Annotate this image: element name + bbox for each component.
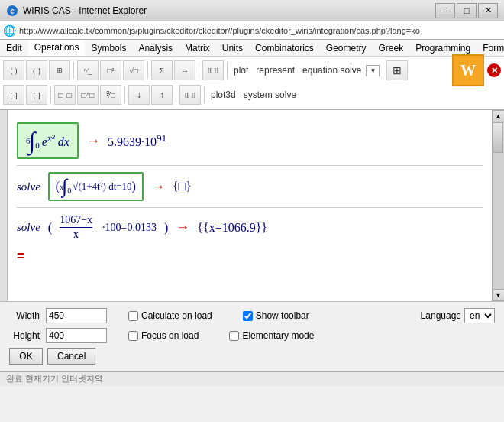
width-label: Width bbox=[9, 310, 40, 321]
toolbar-matrix[interactable]: [[ ]] bbox=[202, 60, 224, 80]
toolbar-cbrt[interactable]: ∛□ bbox=[100, 85, 121, 105]
expr3-rest: ·100=0.0133 bbox=[102, 222, 157, 234]
form-buttons: OK Cancel bbox=[9, 348, 495, 365]
content-area: 6 ∫ 0 ex³ dx → 5.9639·1091 solve ( bbox=[8, 110, 492, 301]
minimize-button[interactable]: − bbox=[435, 3, 455, 18]
svg-text:e: e bbox=[10, 7, 15, 15]
expr1-result: 5.9639·1091 bbox=[108, 132, 166, 149]
toolbar-bracket[interactable]: ( ) bbox=[3, 60, 24, 80]
focus-on-load-checkbox[interactable] bbox=[128, 331, 138, 341]
toolbar-squared[interactable]: □² bbox=[100, 60, 121, 80]
math-expr-3: solve ( 1067−x x ·100=0.0133 ) → {{x=106… bbox=[17, 214, 483, 241]
scroll-track[interactable] bbox=[493, 122, 504, 289]
elementary-mode-label: Elementary mode bbox=[242, 330, 314, 341]
toolbar-curly[interactable]: { } bbox=[26, 60, 47, 80]
menu-units[interactable]: Units bbox=[216, 40, 249, 56]
toolbar-sys-solve[interactable]: system solve bbox=[241, 88, 299, 102]
divider-4 bbox=[227, 62, 228, 79]
expr2-integral: x ∫ 0 √(1+4t²) dt=10 bbox=[60, 177, 131, 196]
expr1-box: 6 ∫ 0 ex³ dx bbox=[17, 122, 79, 159]
toolbar-plot3d[interactable]: plot3d bbox=[208, 88, 239, 102]
toolbar-eq-solve-dropdown[interactable]: ▼ bbox=[366, 65, 380, 76]
scroll-up-btn[interactable]: ▲ bbox=[493, 110, 505, 122]
toolbar-subscript[interactable]: □_□ bbox=[54, 85, 76, 105]
language-select[interactable]: en ko es fr de bbox=[464, 308, 495, 323]
wiris-logo: W bbox=[452, 54, 484, 86]
toolbar-sum[interactable]: Σ bbox=[151, 60, 173, 80]
height-label: Height bbox=[9, 330, 40, 341]
title-bar: e WIRIS CAS - Internet Explorer − □ ✕ bbox=[0, 0, 504, 21]
toolbar-matrix2[interactable]: [[ ]] bbox=[179, 85, 201, 105]
form-row-1: Width Calculate on load Show toolbar Lan… bbox=[9, 308, 495, 323]
ok-button[interactable]: OK bbox=[9, 348, 43, 365]
toolbar-arrow[interactable]: → bbox=[174, 60, 195, 80]
cancel-button[interactable]: Cancel bbox=[47, 348, 95, 365]
toolbar-superscript[interactable]: □^□ bbox=[77, 85, 99, 105]
separator-1 bbox=[17, 165, 483, 166]
integral-symbol-1: ∫ bbox=[29, 128, 36, 153]
expr2-integrand: √(1+4t²) dt=10 bbox=[73, 180, 131, 193]
scroll-down-btn[interactable]: ▼ bbox=[493, 289, 505, 301]
red-equals-sign: = bbox=[17, 248, 25, 264]
expr3-fraction: 1067−x x bbox=[60, 214, 92, 241]
expr1-integral: 6 ∫ 0 ex³ dx bbox=[26, 128, 69, 153]
math-expr-1: 6 ∫ 0 ex³ dx → 5.9639·1091 bbox=[17, 122, 483, 159]
menu-geometry[interactable]: Geometry bbox=[320, 40, 373, 56]
expr2-lower: 0 bbox=[67, 179, 71, 195]
menu-programming[interactable]: Programming bbox=[409, 40, 477, 56]
scroll-thumb[interactable] bbox=[493, 122, 503, 153]
expr2-box: ( x ∫ 0 √(1+4t²) dt=10 ) bbox=[48, 172, 144, 201]
fraction-line bbox=[60, 227, 92, 228]
toolbar-sq-bracket[interactable]: [ ] bbox=[3, 85, 24, 105]
expr1-arrow: → bbox=[86, 133, 100, 149]
toolbar-row-1: ( ) { } ⊞ ⁿ⁄_ □² √□ Σ → [[ ]] plot repre… bbox=[3, 58, 501, 83]
expr2-arrow: → bbox=[151, 179, 165, 195]
toolbar-matrix2x2[interactable]: ⊞ bbox=[49, 60, 70, 80]
scrollbar-right[interactable]: ▲ ▼ bbox=[492, 110, 504, 301]
toolbar-up-arrow[interactable]: ↑ bbox=[151, 85, 173, 105]
address-text: http://www.allcalc.tk/common/js/plugins/… bbox=[19, 26, 501, 35]
maximize-button[interactable]: □ bbox=[457, 3, 477, 18]
show-toolbar-checkbox[interactable] bbox=[243, 311, 253, 321]
close-button[interactable]: ✕ bbox=[478, 3, 498, 18]
wiris-close[interactable]: ✕ bbox=[487, 63, 501, 77]
window-controls: − □ ✕ bbox=[435, 3, 498, 18]
address-bar: 🌐 http://www.allcalc.tk/common/js/plugin… bbox=[0, 21, 504, 40]
expr1-lower-limit: 0 bbox=[35, 131, 40, 150]
window-title: WIRIS CAS - Internet Explorer bbox=[23, 5, 435, 16]
toolbar-grid[interactable]: ⊞ bbox=[386, 60, 408, 80]
expr3-close: ) bbox=[164, 221, 168, 235]
menu-greek[interactable]: Greek bbox=[373, 40, 410, 56]
toolbar-eq-solve[interactable]: equation solve bbox=[299, 63, 364, 77]
language-group: Language en ko es fr de bbox=[421, 308, 495, 323]
toolbar-represent[interactable]: represent bbox=[253, 63, 298, 77]
expr3-solve: solve bbox=[17, 221, 40, 234]
divider-3 bbox=[199, 62, 199, 79]
menu-analysis[interactable]: Analysis bbox=[132, 40, 179, 56]
menu-format[interactable]: Format bbox=[477, 40, 504, 56]
elementary-mode-checkbox[interactable] bbox=[229, 331, 239, 341]
width-input[interactable] bbox=[46, 308, 107, 323]
toolbar-fraction[interactable]: ⁿ⁄_ bbox=[77, 60, 99, 80]
expr1-integrand: ex³ dx bbox=[42, 132, 69, 149]
divider-2 bbox=[147, 62, 148, 79]
menu-symbols[interactable]: Symbols bbox=[85, 40, 132, 56]
menu-matrix[interactable]: Matrix bbox=[179, 40, 216, 56]
divider-5 bbox=[383, 62, 383, 79]
language-label: Language bbox=[421, 310, 461, 321]
integral-symbol-2: ∫ bbox=[62, 177, 67, 196]
toolbar-sq-single[interactable]: [ ] bbox=[26, 85, 47, 105]
toolbar-sqrt[interactable]: √□ bbox=[123, 60, 144, 80]
toolbar-down-arrow[interactable]: ↓ bbox=[128, 85, 150, 105]
menu-edit[interactable]: Edit bbox=[0, 40, 28, 56]
bottom-equals: = bbox=[17, 248, 483, 265]
separator-2 bbox=[17, 207, 483, 208]
toolbar-plot[interactable]: plot bbox=[231, 63, 251, 77]
height-input[interactable] bbox=[46, 328, 107, 343]
calc-on-load-checkbox[interactable] bbox=[128, 311, 138, 321]
menu-operations[interactable]: Operations bbox=[28, 40, 86, 56]
calc-on-load-label: Calculate on load bbox=[141, 310, 212, 321]
divider-8 bbox=[176, 86, 176, 103]
menu-combinatorics[interactable]: Combinatorics bbox=[249, 40, 320, 56]
divider-1 bbox=[73, 62, 74, 79]
